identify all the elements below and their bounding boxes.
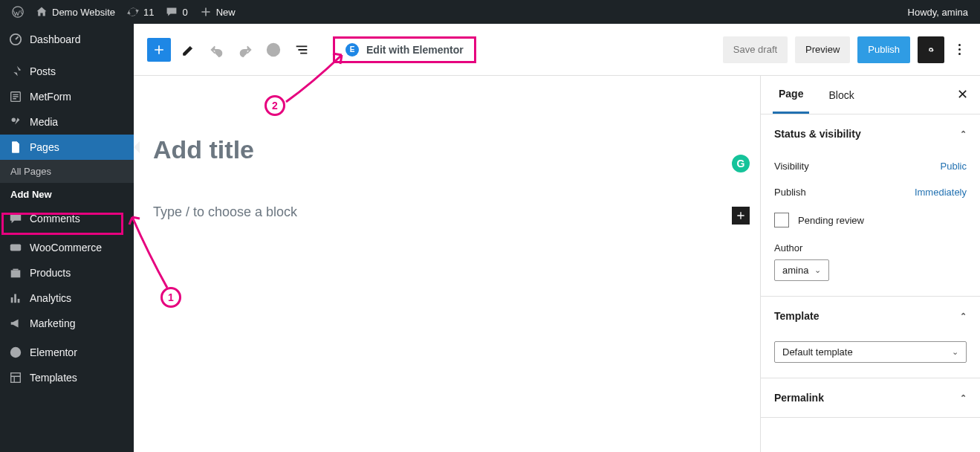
svg-rect-7 (11, 373, 21, 383)
sidebar-item-media[interactable]: Media (0, 109, 134, 135)
comments-link[interactable]: 0 (160, 0, 193, 24)
howdy-text: Howdy, amina (908, 7, 968, 18)
plus-icon (200, 6, 212, 18)
preview-button[interactable]: Preview (795, 36, 850, 63)
sidebar-label-dashboard: Dashboard (30, 33, 81, 45)
publish-button[interactable]: Publish (857, 36, 910, 63)
options-button[interactable] (952, 44, 967, 55)
submenu-all-pages[interactable]: All Pages (0, 160, 134, 183)
editor-region: E Edit with Elementor Save draft Preview… (134, 24, 980, 452)
pending-review-label: Pending review (798, 215, 864, 226)
sidebar-label-marketing: Marketing (30, 317, 75, 329)
author-value: amina (782, 265, 808, 276)
megaphone-icon (9, 317, 22, 330)
elementor-badge-icon: E (345, 43, 359, 56)
tab-page[interactable]: Page (773, 76, 809, 114)
save-draft-button[interactable]: Save draft (723, 36, 788, 63)
annotation-marker-1: 1 (160, 287, 181, 308)
sidebar-label-media: Media (30, 116, 58, 128)
template-panel-toggle[interactable]: Template ⌃ (761, 297, 980, 335)
comment-icon (166, 6, 178, 18)
pencil-icon (181, 42, 197, 58)
sidebar-label-pages: Pages (30, 141, 59, 153)
sidebar-item-pages[interactable]: Pages (0, 135, 134, 160)
howdy-link[interactable]: Howdy, amina (902, 0, 974, 24)
outline-button[interactable] (291, 39, 312, 60)
sidebar-item-templates[interactable]: Templates (0, 365, 134, 390)
sidebar-label-posts: Posts (30, 65, 56, 77)
sidebar-item-dashboard[interactable]: Dashboard (0, 24, 134, 55)
plus-icon (152, 42, 166, 57)
sidebar-label-products: Products (30, 267, 71, 279)
pin-icon (9, 65, 22, 78)
submenu-add-new[interactable]: Add New (0, 183, 134, 206)
svg-point-3 (12, 118, 16, 122)
sidebar-item-products[interactable]: Products (0, 260, 134, 285)
permalink-panel-toggle[interactable]: Permalink ⌃ (761, 378, 980, 417)
sidebar-item-posts[interactable]: Posts (0, 59, 134, 84)
edit-with-elementor-button[interactable]: E Edit with Elementor (333, 36, 476, 63)
redo-button[interactable] (235, 39, 256, 60)
sidebar-item-marketing[interactable]: Marketing (0, 311, 134, 336)
comments-icon (9, 212, 22, 225)
add-block-button[interactable] (147, 38, 171, 62)
plus-icon (735, 210, 747, 222)
svg-point-6 (10, 347, 21, 358)
redo-icon (237, 42, 253, 58)
author-select[interactable]: amina ⌄ (774, 259, 829, 281)
sidebar-item-comments[interactable]: Comments (0, 206, 134, 231)
inspector-tabs: Page Block ✕ (761, 76, 980, 114)
pages-icon (9, 141, 22, 154)
form-icon (9, 90, 22, 103)
updates-count: 11 (143, 7, 154, 18)
pending-review-checkbox[interactable] (774, 213, 789, 227)
inline-add-block-button[interactable] (732, 207, 750, 225)
dashboard-icon (9, 33, 22, 46)
page-title-input[interactable] (153, 135, 741, 164)
grammarly-badge[interactable]: G (732, 155, 750, 172)
elementor-icon (9, 346, 22, 359)
chevron-down-icon: ⌄ (814, 265, 821, 275)
sidebar-item-analytics[interactable]: Analytics (0, 285, 134, 311)
panel-title: Status & visibility (774, 128, 861, 140)
undo-button[interactable] (207, 39, 227, 60)
chevron-up-icon: ⌃ (960, 311, 967, 321)
settings-button[interactable] (918, 36, 944, 63)
info-icon (265, 42, 282, 58)
publish-value[interactable]: Immediately (915, 187, 967, 198)
tools-edit-button[interactable] (178, 39, 199, 60)
panel-title: Permalink (774, 392, 824, 404)
template-value: Default template (782, 346, 853, 358)
admin-sidebar: Dashboard Posts MetForm Media Pages All … (0, 24, 134, 452)
details-button[interactable] (263, 39, 284, 60)
comments-count: 0 (182, 7, 187, 18)
status-visibility-toggle[interactable]: Status & visibility ⌃ (761, 114, 980, 153)
close-inspector-button[interactable]: ✕ (957, 86, 968, 103)
panel-title: Template (774, 310, 819, 322)
undo-icon (209, 42, 225, 58)
publish-label: Publish (774, 187, 915, 198)
sidebar-item-elementor[interactable]: Elementor (0, 340, 134, 365)
products-icon (9, 266, 22, 280)
sidebar-item-woocommerce[interactable]: WooCommerce (0, 235, 134, 260)
new-content-link[interactable]: New (194, 0, 241, 24)
sidebar-label-metform: MetForm (30, 91, 71, 103)
updates-link[interactable]: 11 (121, 0, 160, 24)
sidebar-label-templates: Templates (30, 372, 77, 384)
pages-submenu: All Pages Add New (0, 160, 134, 206)
chevron-up-icon: ⌃ (960, 129, 967, 139)
home-icon (36, 6, 48, 18)
template-select[interactable]: Default template ⌄ (774, 341, 967, 363)
block-placeholder[interactable]: Type / to choose a block (153, 204, 741, 220)
editor-canvas[interactable]: Type / to choose a block G (134, 76, 760, 452)
site-name-link[interactable]: Demo Website (30, 0, 121, 24)
sidebar-label-comments: Comments (30, 213, 80, 225)
sidebar-item-metform[interactable]: MetForm (0, 84, 134, 109)
tab-block[interactable]: Block (822, 77, 860, 113)
svg-rect-4 (10, 245, 21, 251)
update-icon (127, 6, 139, 18)
new-label: New (216, 7, 236, 18)
visibility-value[interactable]: Public (941, 161, 967, 172)
settings-inspector: Page Block ✕ Status & visibility ⌃ Visib… (760, 76, 980, 452)
wp-logo[interactable] (6, 0, 30, 24)
